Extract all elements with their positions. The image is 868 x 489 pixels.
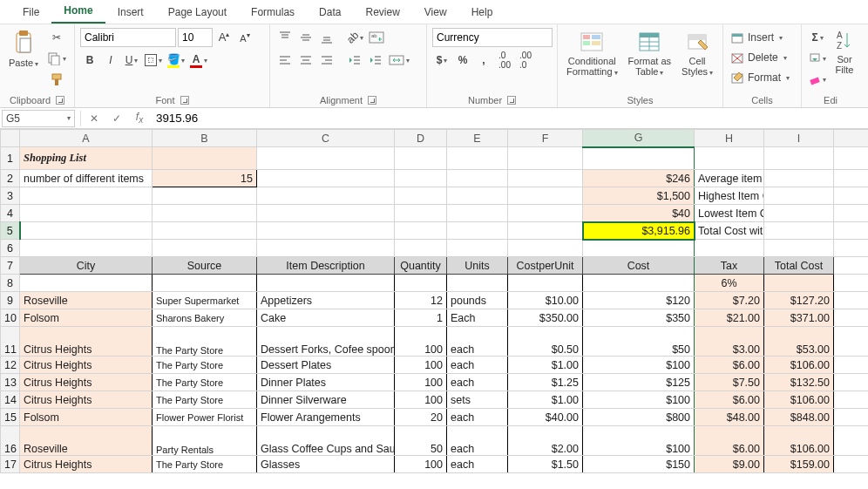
font-size-select[interactable] bbox=[178, 28, 213, 47]
tab-review[interactable]: Review bbox=[353, 1, 411, 24]
col-header-h[interactable]: H bbox=[695, 130, 764, 147]
row-header[interactable]: 3 bbox=[1, 187, 20, 205]
cell[interactable]: $1.25 bbox=[508, 374, 583, 391]
cell[interactable]: The Party Store bbox=[153, 357, 257, 374]
delete-cells-button[interactable]: Delete▾ bbox=[729, 48, 789, 67]
cell[interactable]: Roseville bbox=[20, 292, 153, 309]
alignment-dialog-launcher[interactable] bbox=[368, 96, 376, 105]
cell[interactable]: $159.00 bbox=[764, 456, 834, 473]
cell[interactable]: Each bbox=[447, 309, 508, 327]
cell[interactable]: $1.00 bbox=[508, 357, 583, 374]
cell[interactable]: $100 bbox=[583, 426, 695, 456]
tab-help[interactable]: Help bbox=[459, 1, 505, 24]
conditional-formatting-button[interactable]: Conditional Formatting▾ bbox=[563, 28, 621, 79]
cell[interactable]: Flower Arangements bbox=[257, 409, 395, 426]
cell[interactable]: $350 bbox=[583, 309, 695, 327]
row-header[interactable]: 14 bbox=[1, 391, 20, 409]
cell[interactable]: Citrus Heights bbox=[20, 456, 153, 473]
cell[interactable]: $48.00 bbox=[695, 409, 764, 426]
decrease-indent-button[interactable] bbox=[345, 51, 364, 70]
col-header-e[interactable]: E bbox=[447, 130, 508, 147]
cell[interactable]: $120 bbox=[583, 292, 695, 309]
cell[interactable]: $106.00 bbox=[764, 357, 834, 374]
table-header-total[interactable]: Total Cost bbox=[764, 257, 834, 275]
italic-button[interactable]: I bbox=[101, 51, 120, 70]
row-header[interactable]: 13 bbox=[1, 374, 20, 391]
cell[interactable]: $125 bbox=[583, 374, 695, 391]
wrap-text-button[interactable]: ab bbox=[367, 28, 386, 47]
col-header-d[interactable]: D bbox=[395, 130, 447, 147]
align-middle-button[interactable] bbox=[296, 28, 315, 47]
formula-input[interactable] bbox=[151, 110, 868, 127]
fx-button[interactable]: fx bbox=[128, 111, 151, 125]
cell[interactable]: $7.50 bbox=[695, 374, 764, 391]
cell[interactable]: $100 bbox=[583, 357, 695, 374]
cell[interactable]: 100 bbox=[395, 456, 447, 473]
number-format-select[interactable] bbox=[432, 28, 553, 47]
cell[interactable]: each bbox=[447, 327, 508, 357]
cell[interactable]: $150 bbox=[583, 456, 695, 473]
cell-h2[interactable]: Average item cost bbox=[695, 170, 764, 187]
cell[interactable]: $106.00 bbox=[764, 426, 834, 456]
cell[interactable]: $848.00 bbox=[764, 409, 834, 426]
cell-a1[interactable]: Shopping List bbox=[20, 147, 153, 170]
cell[interactable]: Citrus Heights bbox=[20, 374, 153, 391]
fill-color-button[interactable]: 🪣▾ bbox=[166, 51, 186, 70]
align-top-button[interactable] bbox=[275, 28, 295, 47]
cell[interactable]: The Party Store bbox=[153, 374, 257, 391]
cell[interactable]: $10.00 bbox=[508, 292, 583, 309]
tab-view[interactable]: View bbox=[412, 1, 459, 24]
cell[interactable]: The Party Store bbox=[153, 327, 257, 357]
borders-button[interactable]: ▾ bbox=[143, 51, 164, 70]
cell[interactable]: 100 bbox=[395, 327, 447, 357]
increase-indent-button[interactable] bbox=[366, 51, 385, 70]
fill-button[interactable]: ▾ bbox=[807, 49, 828, 68]
table-header-tax[interactable]: Tax bbox=[695, 257, 764, 275]
row-header[interactable]: 17 bbox=[1, 456, 20, 473]
comma-format-button[interactable]: , bbox=[474, 51, 493, 70]
row-header[interactable]: 1 bbox=[1, 147, 20, 170]
cell[interactable]: 12 bbox=[395, 292, 447, 309]
copy-button[interactable]: ▾ bbox=[45, 49, 68, 68]
clipboard-dialog-launcher[interactable] bbox=[56, 96, 64, 105]
cell[interactable]: each bbox=[447, 357, 508, 374]
table-header-desc[interactable]: Item Description bbox=[257, 257, 395, 275]
row-header[interactable]: 12 bbox=[1, 357, 20, 374]
cell[interactable]: $132.50 bbox=[764, 374, 834, 391]
cell[interactable]: Folsom bbox=[20, 409, 153, 426]
cell[interactable]: 100 bbox=[395, 374, 447, 391]
row-header[interactable]: 11 bbox=[1, 327, 20, 357]
cell[interactable]: $6.00 bbox=[695, 426, 764, 456]
row-header[interactable]: 6 bbox=[1, 240, 20, 257]
col-header-c[interactable]: C bbox=[257, 130, 395, 147]
row-header[interactable]: 16 bbox=[1, 426, 20, 456]
cell[interactable]: Glass Coffee Cups and Saucers bbox=[257, 426, 395, 456]
cell[interactable]: $21.00 bbox=[695, 309, 764, 327]
cell[interactable]: Flower Power Florist bbox=[153, 409, 257, 426]
spreadsheet-grid[interactable]: A B C D E F G H I 1 Shopping List 2 numb… bbox=[0, 129, 868, 489]
cell[interactable]: each bbox=[447, 456, 508, 473]
select-all-button[interactable] bbox=[1, 130, 20, 147]
col-header-a[interactable]: A bbox=[20, 130, 153, 147]
cell-b2[interactable]: 15 bbox=[153, 170, 257, 187]
col-header-f[interactable]: F bbox=[508, 130, 583, 147]
cell[interactable]: The Party Store bbox=[153, 391, 257, 409]
align-center-button[interactable] bbox=[296, 51, 315, 70]
cell[interactable]: The Party Store bbox=[153, 456, 257, 473]
cell[interactable]: $2.00 bbox=[508, 426, 583, 456]
col-header-g[interactable]: G bbox=[583, 130, 695, 147]
font-dialog-launcher[interactable] bbox=[180, 96, 189, 105]
cell[interactable]: Super Supermarket bbox=[153, 292, 257, 309]
format-cells-button[interactable]: Format▾ bbox=[729, 68, 791, 87]
bold-button[interactable]: B bbox=[80, 51, 99, 70]
cell[interactable]: Cake bbox=[257, 309, 395, 327]
cell[interactable]: $6.00 bbox=[695, 391, 764, 409]
align-left-button[interactable] bbox=[275, 51, 295, 70]
format-painter-button[interactable] bbox=[45, 70, 68, 89]
decrease-decimal-button[interactable]: .00.0 bbox=[516, 51, 535, 70]
cell[interactable]: $3.00 bbox=[695, 327, 764, 357]
row-header[interactable]: 9 bbox=[1, 292, 20, 309]
align-right-button[interactable] bbox=[317, 51, 336, 70]
cell[interactable]: $100 bbox=[583, 391, 695, 409]
cell[interactable]: each bbox=[447, 409, 508, 426]
